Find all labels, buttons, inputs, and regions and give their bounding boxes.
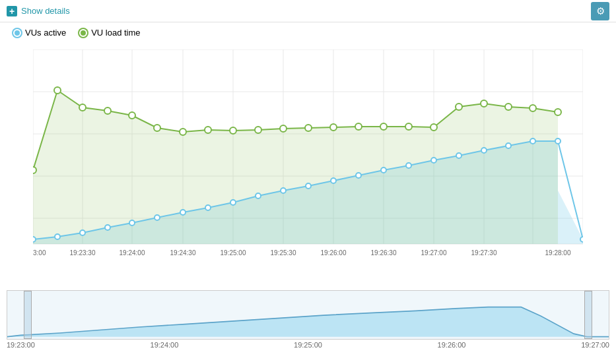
x-label: 19:23:30	[70, 249, 96, 257]
green-dot	[305, 125, 312, 131]
green-dot	[555, 109, 561, 115]
main-chart-container: 40 30 20 10 0 800ms 600ms 400ms 200ms 0m…	[0, 43, 616, 287]
green-dot	[456, 104, 462, 110]
blue-dot	[406, 163, 411, 168]
x-label: 19:25:30	[271, 249, 296, 257]
blue-dot	[205, 205, 211, 210]
blue-dot	[381, 167, 386, 173]
green-dot	[205, 127, 211, 133]
green-dot	[280, 125, 287, 132]
blue-dot	[555, 138, 561, 144]
x-label: 19:27:30	[471, 249, 497, 257]
blue-dot	[80, 230, 85, 235]
legend-label-vu-load-time: VU load time	[91, 28, 140, 38]
main-chart-svg: 40 30 20 10 0 800ms 600ms 400ms 200ms 0m…	[33, 49, 583, 260]
x-label: 19:24:30	[170, 249, 196, 257]
mini-x-label-1: 19:24:00	[151, 341, 179, 349]
blue-dot	[431, 158, 436, 163]
mini-x-label-0: 19:23:00	[7, 341, 35, 349]
show-details-button[interactable]: + Show details	[7, 6, 70, 16]
blue-dot	[356, 173, 361, 178]
blue-dot	[580, 237, 583, 242]
green-dot	[430, 124, 437, 131]
blue-dot	[456, 153, 462, 158]
green-dot	[230, 127, 236, 134]
gear-icon: ⚙	[596, 5, 605, 17]
x-label: 19:25:00	[221, 249, 246, 257]
blue-dot	[129, 220, 135, 226]
blue-dot	[306, 183, 311, 189]
green-dot	[154, 125, 160, 131]
blue-dot	[256, 193, 261, 198]
legend-dot-vu-load-time	[79, 29, 87, 37]
green-dot	[104, 107, 111, 114]
x-label: 19:26:30	[371, 249, 397, 257]
mini-handle-right[interactable]	[584, 291, 592, 339]
blue-dot	[481, 148, 487, 153]
green-dot	[530, 105, 536, 111]
green-dot	[380, 123, 387, 130]
chart-legend: VUs active VU load time	[0, 22, 616, 43]
mini-x-label-3: 19:26:00	[438, 341, 466, 349]
mini-chart-labels: 19:23:00 19:24:00 19:25:00 19:26:00 19:2…	[0, 340, 616, 350]
blue-dot	[506, 143, 511, 148]
top-bar: + Show details ⚙	[0, 0, 616, 22]
green-dot	[330, 124, 337, 131]
mini-x-label-4: 19:27:00	[581, 341, 609, 349]
x-label: 19:27:00	[421, 249, 447, 257]
mini-handle-left[interactable]	[24, 291, 32, 339]
mini-x-label-2: 19:25:00	[294, 341, 322, 349]
legend-item-vu-load-time: VU load time	[79, 28, 140, 38]
green-area-fill	[33, 90, 558, 244]
mini-chart-svg	[7, 291, 609, 339]
settings-button[interactable]: ⚙	[591, 2, 609, 20]
green-dot	[33, 167, 36, 173]
green-dot	[505, 104, 512, 110]
mini-chart-container	[7, 290, 609, 340]
show-details-label: Show details	[21, 6, 70, 16]
legend-item-vus-active: VUs active	[13, 28, 66, 38]
blue-dot	[55, 234, 60, 239]
green-dot	[405, 123, 412, 130]
blue-dot	[105, 225, 110, 230]
x-label: 19:23:00	[33, 249, 46, 257]
blue-dot	[281, 188, 286, 193]
blue-dot	[154, 215, 160, 220]
blue-dot	[180, 210, 186, 215]
plus-icon: +	[7, 6, 17, 16]
green-dot	[355, 123, 362, 130]
green-dot	[129, 112, 135, 119]
legend-dot-vus-active	[13, 29, 21, 37]
green-dot	[79, 104, 86, 111]
blue-dot	[33, 237, 36, 242]
x-label: 19:26:00	[321, 249, 347, 257]
x-label: 19:24:00	[120, 249, 145, 257]
green-dot	[180, 129, 186, 135]
legend-label-vus-active: VUs active	[25, 28, 66, 38]
green-dot	[255, 127, 261, 133]
blue-dot	[331, 178, 336, 183]
green-dot	[54, 87, 61, 94]
green-dot	[481, 100, 487, 107]
x-label: 19:28:00	[545, 249, 571, 257]
blue-dot	[530, 138, 535, 144]
blue-dot	[230, 200, 236, 205]
